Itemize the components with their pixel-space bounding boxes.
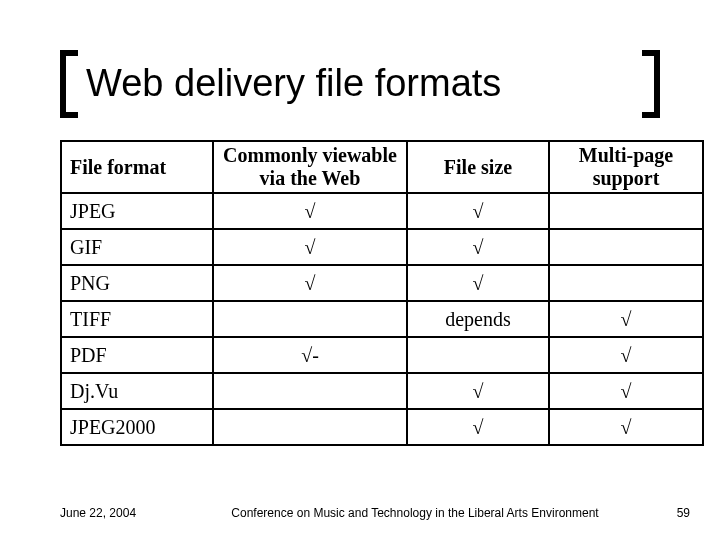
cell-web: √ bbox=[213, 265, 407, 301]
cell-size: √ bbox=[407, 265, 549, 301]
cell-size: √ bbox=[407, 229, 549, 265]
cell-multi: √ bbox=[549, 409, 703, 445]
bracket-left-icon bbox=[60, 50, 78, 118]
cell-format: JPEG bbox=[61, 193, 213, 229]
table-row: JPEG2000 √ √ bbox=[61, 409, 703, 445]
col-header-web: Commonly viewable via the Web bbox=[213, 141, 407, 193]
cell-format: JPEG2000 bbox=[61, 409, 213, 445]
footer-date: June 22, 2004 bbox=[60, 506, 200, 520]
cell-size: √ bbox=[407, 193, 549, 229]
cell-web: √ bbox=[213, 193, 407, 229]
bracket-right-icon bbox=[642, 50, 660, 118]
col-header-format: File format bbox=[61, 141, 213, 193]
cell-size bbox=[407, 337, 549, 373]
cell-size: depends bbox=[407, 301, 549, 337]
cell-web bbox=[213, 409, 407, 445]
cell-format: Dj.Vu bbox=[61, 373, 213, 409]
table-header-row: File format Commonly viewable via the We… bbox=[61, 141, 703, 193]
cell-format: GIF bbox=[61, 229, 213, 265]
cell-web bbox=[213, 373, 407, 409]
table-row: Dj.Vu √ √ bbox=[61, 373, 703, 409]
cell-format: PNG bbox=[61, 265, 213, 301]
table-row: GIF √ √ bbox=[61, 229, 703, 265]
table-row: PNG √ √ bbox=[61, 265, 703, 301]
footer-page-number: 59 bbox=[630, 506, 690, 520]
cell-multi bbox=[549, 265, 703, 301]
slide-title: Web delivery file formats bbox=[60, 50, 660, 105]
col-header-multi: Multi-page support bbox=[549, 141, 703, 193]
footer: June 22, 2004 Conference on Music and Te… bbox=[60, 506, 690, 520]
table-row: PDF √- √ bbox=[61, 337, 703, 373]
cell-web: √ bbox=[213, 229, 407, 265]
footer-conference: Conference on Music and Technology in th… bbox=[200, 506, 630, 520]
formats-table: File format Commonly viewable via the We… bbox=[60, 140, 704, 446]
cell-web: √- bbox=[213, 337, 407, 373]
cell-multi: √ bbox=[549, 373, 703, 409]
table-row: JPEG √ √ bbox=[61, 193, 703, 229]
cell-multi bbox=[549, 193, 703, 229]
cell-format: PDF bbox=[61, 337, 213, 373]
table-row: TIFF depends √ bbox=[61, 301, 703, 337]
cell-web bbox=[213, 301, 407, 337]
cell-multi bbox=[549, 229, 703, 265]
cell-size: √ bbox=[407, 409, 549, 445]
cell-multi: √ bbox=[549, 301, 703, 337]
title-bar: Web delivery file formats bbox=[60, 50, 660, 105]
cell-multi: √ bbox=[549, 337, 703, 373]
col-header-size: File size bbox=[407, 141, 549, 193]
cell-format: TIFF bbox=[61, 301, 213, 337]
cell-size: √ bbox=[407, 373, 549, 409]
